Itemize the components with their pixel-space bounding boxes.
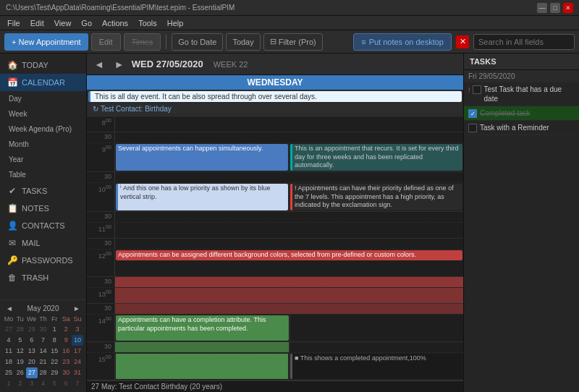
time-row-12-00: 1200 Appointments can be assigned differ…	[87, 250, 463, 277]
close-button[interactable]: ✕	[563, 3, 573, 13]
sidebar-label-today: TODAY	[22, 61, 48, 69]
sidebar-item-calendar[interactable]: 📅 CALENDAR	[0, 74, 86, 91]
sidebar-item-passwords[interactable]: 🔑 PASSWORDS	[0, 252, 86, 269]
mini-cal-next[interactable]: ►	[73, 304, 80, 312]
maximize-button[interactable]: □	[550, 3, 560, 13]
notes-icon: ≡	[361, 38, 365, 46]
cal-next-button[interactable]: ►	[111, 57, 127, 72]
appointment-simultaneous[interactable]: Several appointments can happen simultan…	[116, 144, 288, 171]
plus-icon: +	[12, 38, 16, 46]
sidebar-label-week-agenda: Week Agenda (Pro)	[9, 125, 72, 133]
time-label-14: 1400	[87, 315, 114, 341]
menu-actions[interactable]: Actions	[98, 17, 132, 29]
mini-cal-dow-row: Mo Tu We Th Fr Sa Su	[3, 314, 83, 324]
time-label-11: 1100	[87, 223, 114, 238]
sidebar-item-contacts[interactable]: 👤 CONTACTS	[0, 217, 86, 234]
filter-button[interactable]: ⊟ Filter (Pro)	[263, 33, 323, 51]
mini-cal-grid: Mo Tu We Th Fr Sa Su 27 28 29 30 1 2 3	[3, 314, 83, 389]
task1-priority-icon: !	[468, 86, 470, 93]
home-icon: 🏠	[7, 60, 17, 70]
notes-icon-sidebar: 📋	[7, 203, 17, 213]
sidebar-item-tasks[interactable]: ✔ TASKS	[0, 182, 86, 200]
menu-go[interactable]: Go	[77, 17, 96, 29]
sidebar-item-week-agenda[interactable]: Week Agenda (Pro)	[0, 122, 86, 137]
trash-icon: 🗑	[7, 273, 17, 283]
titlebar: C:\Users\Test\AppData\Roaming\EssentialP…	[0, 0, 579, 16]
sidebar-item-today[interactable]: 🏠 TODAY	[0, 56, 86, 74]
mini-cal-week-4: 18 19 20 21 22 23 24	[3, 357, 83, 367]
time-label-8-30: 30	[87, 132, 114, 142]
notes-close-button[interactable]: ✕	[456, 35, 469, 48]
time-row-9-30: 30	[87, 172, 463, 183]
mini-cal-week-1: 27 28 29 30 1 2 3	[3, 324, 83, 335]
sidebar-nav: 🏠 TODAY 📅 CALENDAR Day Week Week Agenda …	[0, 54, 86, 299]
apt-15-left	[116, 354, 288, 379]
appointment-high-priority[interactable]: ! Appointments can have their priority d…	[290, 184, 462, 210]
sidebar-item-table[interactable]: Table	[0, 167, 86, 182]
mini-cal-week-5: 25 26 27 28 29 30 31	[3, 367, 83, 378]
calendar-icon: 📅	[7, 77, 17, 88]
time-scroll-area[interactable]: 800 30 900 Several appointments can happ…	[87, 116, 463, 380]
menubar: File Edit View Go Actions Tools Help	[0, 16, 579, 30]
appointment-colors[interactable]: Appointments can be assigned different b…	[116, 250, 462, 260]
sidebar-item-day[interactable]: Day	[0, 91, 86, 106]
menu-file[interactable]: File	[3, 17, 25, 29]
birthday-icon: ↻	[93, 105, 98, 113]
sidebar-label-day: Day	[9, 95, 22, 103]
search-input[interactable]	[473, 34, 575, 50]
apt-10-right[interactable]: ! Appointments can have their priority d…	[289, 183, 463, 211]
notes-desktop-button[interactable]: ≡ Put notes on desktop	[353, 33, 452, 51]
time-label-13: 1300	[87, 288, 114, 303]
menu-help[interactable]: Help	[163, 17, 188, 29]
today-button[interactable]: Today	[226, 33, 260, 51]
task1-checkbox[interactable]	[473, 85, 481, 94]
sidebar-label-passwords: PASSWORDS	[22, 256, 73, 265]
time-row-8-00: 800	[87, 116, 463, 132]
task3-checkbox[interactable]	[468, 124, 477, 132]
cal-prev-button[interactable]: ◄	[91, 57, 107, 72]
go-to-date-button[interactable]: Go to Date	[172, 33, 223, 51]
sidebar-label-mail: MAIL	[22, 239, 41, 247]
sidebar-item-trash[interactable]: 🗑 TRASH	[0, 269, 86, 286]
edit-button[interactable]: Edit	[91, 33, 121, 51]
task2-checkbox[interactable]: ✓	[468, 109, 477, 118]
time-row-14-00: 1400 Appointments can have a completion …	[87, 315, 463, 342]
mini-calendar: ◄ May 2020 ► Mo Tu We Th Fr Sa Su 27 28	[0, 299, 86, 392]
sidebar-label-year: Year	[9, 155, 23, 163]
sidebar-item-mail[interactable]: ✉ MAIL	[0, 234, 86, 252]
time-row-9-00: 900 Several appointments can happen simu…	[87, 143, 463, 172]
birthday-event[interactable]: ↻ Test Contact: Birthday	[88, 103, 462, 114]
menu-edit[interactable]: Edit	[26, 17, 48, 29]
time-label-12: 1200	[87, 250, 114, 276]
mini-cal-header: ◄ May 2020 ►	[3, 303, 83, 314]
apt-10-left[interactable]: ⁱ And this one has a low priority as sho…	[115, 183, 289, 211]
time-row-11-30: 30	[87, 239, 463, 250]
minimize-button[interactable]: —	[537, 3, 547, 13]
times-button[interactable]: Times	[124, 33, 161, 51]
cal-bottom-event: 27 May: Test Contact Birthday (20 years)	[91, 383, 222, 391]
mini-cal-week-3: 11 12 13 14 15 16 17	[3, 346, 83, 357]
appointment-completed-100[interactable]: ■ This shows a completed appointment,100…	[290, 354, 462, 379]
apt-9-right[interactable]: This is an appointment that recurs. It i…	[289, 143, 463, 171]
new-appointment-button[interactable]: + New Appointment	[4, 33, 88, 51]
menu-view[interactable]: View	[50, 17, 76, 29]
mini-cal-prev[interactable]: ◄	[6, 304, 13, 312]
sidebar-item-notes[interactable]: 📋 NOTES	[0, 200, 86, 217]
task1-text: Test Task that has a due date	[484, 85, 575, 103]
toolbar: + New Appointment Edit Times Go to Date …	[0, 30, 579, 54]
main-layout: 🏠 TODAY 📅 CALENDAR Day Week Week Agenda …	[0, 54, 579, 392]
mini-cal-week-2: 4 5 6 7 8 9 10	[3, 335, 83, 346]
sidebar-label-tasks: TASKS	[22, 187, 47, 195]
appointment-completion[interactable]: Appointments can have a completion attri…	[116, 315, 289, 341]
sidebar-item-year[interactable]: Year	[0, 152, 86, 167]
all-day-event[interactable]: This is all day event. It can be also sp…	[88, 91, 462, 102]
apt-9-left[interactable]: Several appointments can happen simultan…	[115, 143, 289, 171]
appointment-low-priority[interactable]: ⁱ And this one has a low priority as sho…	[116, 184, 288, 210]
sidebar-item-month[interactable]: Month	[0, 137, 86, 152]
sidebar-label-calendar: CALENDAR	[22, 78, 65, 87]
sidebar-item-week[interactable]: Week	[0, 106, 86, 122]
task-item-2: ✓ Completed task	[464, 106, 579, 121]
sidebar-label-month: Month	[9, 140, 29, 148]
appointment-recurs[interactable]: This is an appointment that recurs. It i…	[290, 144, 462, 171]
menu-tools[interactable]: Tools	[134, 17, 161, 29]
